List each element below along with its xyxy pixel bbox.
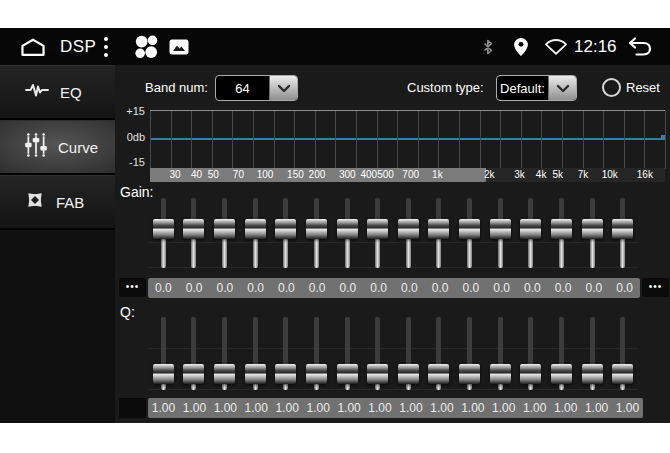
overflow-menu-icon[interactable]	[103, 28, 109, 65]
q-slider-thumb[interactable]	[520, 364, 541, 384]
gain-slider[interactable]	[148, 198, 179, 268]
custom-type-dropdown[interactable]: Default:	[496, 75, 577, 101]
gain-slider[interactable]	[271, 198, 302, 268]
q-slider-thumb[interactable]	[490, 364, 511, 384]
home-icon[interactable]	[18, 28, 48, 65]
q-slider[interactable]	[424, 317, 455, 390]
gain-slider[interactable]	[577, 198, 608, 268]
sidebar-item-eq[interactable]: EQ	[0, 65, 115, 120]
q-slider[interactable]	[485, 317, 516, 390]
q-band	[577, 317, 608, 390]
eq-response-curve	[150, 138, 665, 140]
status-bar: DSP	[0, 28, 670, 65]
gain-band	[485, 198, 516, 268]
band-num-dropdown[interactable]: 64	[215, 75, 298, 101]
band-num-value: 64	[216, 76, 269, 100]
location-icon[interactable]	[514, 28, 528, 65]
q-slider-thumb[interactable]	[367, 364, 388, 384]
q-slider-thumb[interactable]	[245, 364, 266, 384]
gain-slider[interactable]	[485, 198, 516, 268]
gain-slider[interactable]	[424, 198, 455, 268]
q-slider-thumb[interactable]	[612, 364, 633, 384]
gain-slider-thumb[interactable]	[275, 219, 296, 239]
gridline	[294, 111, 295, 169]
q-slider[interactable]	[209, 317, 240, 390]
gain-scroll-left-button[interactable]: •••	[119, 278, 146, 297]
q-slider-thumb[interactable]	[214, 364, 235, 384]
q-slider-thumb[interactable]	[398, 364, 419, 384]
q-slider[interactable]	[607, 317, 638, 390]
q-slider[interactable]	[393, 317, 424, 390]
gain-slider[interactable]	[332, 198, 363, 268]
gain-slider-thumb[interactable]	[153, 219, 174, 239]
q-slider-thumb[interactable]	[582, 364, 603, 384]
q-slider[interactable]	[577, 317, 608, 390]
gain-slider-thumb[interactable]	[245, 219, 266, 239]
gain-slider-thumb[interactable]	[398, 219, 419, 239]
gain-slider-thumb[interactable]	[551, 219, 572, 239]
bluetooth-icon[interactable]	[482, 28, 494, 65]
q-band	[271, 317, 302, 390]
gridline	[583, 111, 584, 169]
q-slider-thumb[interactable]	[459, 364, 480, 384]
gain-slider[interactable]	[301, 198, 332, 268]
q-slider[interactable]	[179, 317, 210, 390]
gain-slider-thumb[interactable]	[306, 219, 327, 239]
gain-scroll-right-button[interactable]: •••	[642, 278, 669, 297]
gain-slider-thumb[interactable]	[428, 219, 449, 239]
q-slider[interactable]	[271, 317, 302, 390]
gridline	[397, 111, 398, 169]
gain-band	[301, 198, 332, 268]
gain-band	[148, 198, 179, 268]
gain-slider-thumb[interactable]	[367, 219, 388, 239]
gain-slider-thumb[interactable]	[520, 219, 541, 239]
gain-slider[interactable]	[240, 198, 271, 268]
q-slider-thumb[interactable]	[551, 364, 572, 384]
back-icon[interactable]	[626, 28, 654, 65]
gain-slider[interactable]	[454, 198, 485, 268]
reset-radio[interactable]	[602, 78, 621, 97]
sidebar-item-curve[interactable]: Curve	[0, 120, 115, 175]
q-slider-thumb[interactable]	[337, 364, 358, 384]
q-slider-thumb[interactable]	[306, 364, 327, 384]
q-slider[interactable]	[454, 317, 485, 390]
gain-slider[interactable]	[362, 198, 393, 268]
gain-slider-thumb[interactable]	[183, 219, 204, 239]
q-value: 1.00	[488, 398, 519, 418]
q-slider-thumb[interactable]	[183, 364, 204, 384]
gallery-icon[interactable]	[169, 28, 189, 65]
gridline	[438, 111, 439, 169]
gain-value: 0.0	[486, 278, 517, 298]
gain-slider[interactable]	[607, 198, 638, 268]
gain-slider[interactable]	[179, 198, 210, 268]
q-slider[interactable]	[240, 317, 271, 390]
gain-slider-thumb[interactable]	[490, 219, 511, 239]
chevron-down-icon[interactable]	[269, 76, 297, 100]
gain-slider-thumb[interactable]	[214, 219, 235, 239]
q-slider-thumb[interactable]	[153, 364, 174, 384]
apps-clover-icon[interactable]	[132, 28, 160, 65]
sidebar-item-fab[interactable]: FAB	[0, 175, 115, 230]
q-slider[interactable]	[148, 317, 179, 390]
q-slider-thumb[interactable]	[275, 364, 296, 384]
gain-slider[interactable]	[393, 198, 424, 268]
q-slider[interactable]	[516, 317, 547, 390]
q-slider[interactable]	[301, 317, 332, 390]
gain-slider[interactable]	[546, 198, 577, 268]
q-slider-thumb[interactable]	[428, 364, 449, 384]
gain-slider-thumb[interactable]	[582, 219, 603, 239]
gain-value: 0.0	[425, 278, 456, 298]
q-slider[interactable]	[546, 317, 577, 390]
q-slider[interactable]	[362, 317, 393, 390]
freq-label: 700	[398, 168, 424, 182]
gridline	[171, 111, 172, 169]
q-slider[interactable]	[332, 317, 363, 390]
gain-slider-thumb[interactable]	[612, 219, 633, 239]
gain-slider[interactable]	[516, 198, 547, 268]
gain-slider[interactable]	[209, 198, 240, 268]
q-value: 1.00	[519, 398, 550, 418]
wifi-icon[interactable]	[544, 28, 568, 65]
chevron-down-icon[interactable]	[548, 76, 576, 100]
gain-slider-thumb[interactable]	[459, 219, 480, 239]
gain-slider-thumb[interactable]	[337, 219, 358, 239]
